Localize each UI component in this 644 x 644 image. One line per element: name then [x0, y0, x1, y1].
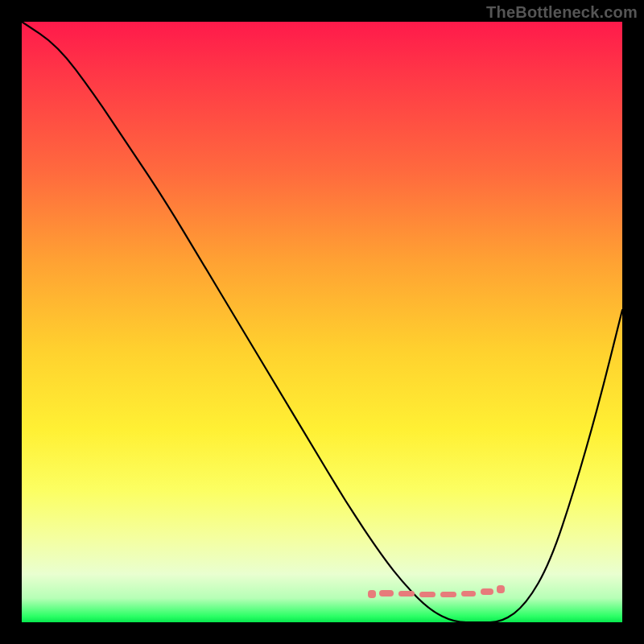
plot-area [22, 22, 622, 622]
marker-seg [481, 588, 493, 595]
curve-path [22, 22, 622, 622]
marker-seg [440, 592, 456, 597]
marker-seg [398, 591, 415, 597]
marker-dot [368, 590, 376, 598]
marker-seg [419, 592, 436, 597]
ideal-range-marker [368, 585, 521, 595]
marker-seg [461, 591, 476, 597]
marker-seg [379, 590, 394, 597]
marker-dot [497, 585, 505, 593]
chart-frame: TheBottleneck.com [0, 0, 644, 644]
attribution-label: TheBottleneck.com [486, 3, 638, 22]
bottleneck-curve [22, 22, 622, 622]
